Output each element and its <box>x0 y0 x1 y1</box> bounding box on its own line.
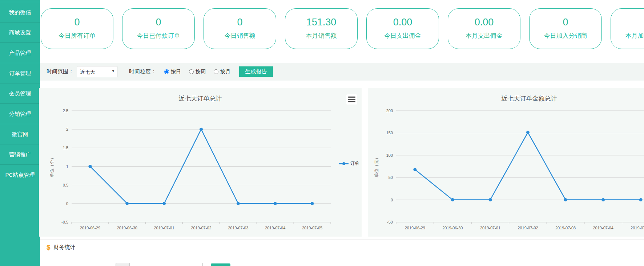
y-tick-label: 0 <box>66 201 68 206</box>
stat-card-month-commission: 0.00 本月支出佣金 <box>448 8 520 49</box>
data-point[interactable] <box>162 202 166 205</box>
sidebar-item-members[interactable]: 会员管理 <box>0 83 40 103</box>
sidebar-item-mall-settings[interactable]: 商城设置 <box>0 22 40 42</box>
x-tick-label: 2019-07-05 <box>631 226 644 230</box>
stat-label: 今日支出佣金 <box>367 32 439 40</box>
time-range-select[interactable]: 近七天 <box>77 66 117 77</box>
y-tick-label: 0.5 <box>63 183 68 187</box>
stat-card-month-sales: 151.30 本月销售额 <box>285 8 358 49</box>
data-point[interactable] <box>601 198 605 201</box>
data-point[interactable] <box>125 202 129 205</box>
data-point[interactable] <box>311 202 314 205</box>
stat-card-today-distributors: 0 今日加入分销商 <box>529 8 602 49</box>
data-point[interactable] <box>488 198 492 201</box>
time-range-label: 时间范围： <box>47 68 74 75</box>
stat-value: 0 <box>530 17 601 28</box>
finance-submit-button[interactable] <box>211 263 230 266</box>
dashboard-screen: 我的微信 商城设置 产品管理 订单管理 会员管理 分销管理 微官网 营销推广 P… <box>0 0 644 266</box>
finance-section-header: $ 财务统计 <box>40 240 644 255</box>
stat-value: 0.00 <box>367 17 439 28</box>
sidebar-item-pc-site[interactable]: PC站点管理 <box>0 164 40 185</box>
y-tick-label: 150 <box>386 131 393 135</box>
radio-by-month-label: 按月 <box>220 69 230 75</box>
data-point[interactable] <box>237 202 240 205</box>
sidebar-item-products[interactable]: 产品管理 <box>0 42 40 63</box>
chart-panel-order-amount: 近七天订单金额总计 200150100500-502019-06-292019-… <box>368 88 644 237</box>
data-point[interactable] <box>639 198 643 201</box>
finance-input[interactable] <box>129 263 203 266</box>
stat-label: 本月销售额 <box>285 32 357 40</box>
y-tick-label: 200 <box>386 109 393 113</box>
x-tick-label: 2019-07-03 <box>228 226 248 230</box>
y-axis-name: 单位（元） <box>374 156 379 177</box>
sidebar-item-distribution[interactable]: 分销管理 <box>0 103 40 124</box>
stat-label: 本月支出佣金 <box>448 32 520 40</box>
y-tick-label: 1.5 <box>63 146 68 150</box>
stat-value: 0 <box>122 17 194 28</box>
radio-by-month[interactable]: 按月 <box>214 69 230 75</box>
radio-by-day[interactable]: 按日 <box>164 69 181 75</box>
data-point[interactable] <box>88 165 92 168</box>
stat-card-today-paid-orders: 0 今日已付款订单 <box>122 8 195 49</box>
stat-value: 0 <box>611 17 644 28</box>
radio-by-week[interactable]: 按周 <box>189 69 206 75</box>
sidebar-item-micro-site[interactable]: 微官网 <box>0 124 40 144</box>
data-point[interactable] <box>274 202 277 205</box>
x-tick-label: 2019-07-04 <box>265 226 285 230</box>
legend-item-orders[interactable]: 订单 <box>339 160 359 167</box>
stat-value: 0.00 <box>448 17 520 28</box>
stat-label: 本月加入分销商 <box>611 32 644 40</box>
radio-by-week-label: 按周 <box>196 69 206 75</box>
stat-value: 0 <box>41 17 113 28</box>
y-tick-label: 1 <box>66 164 68 169</box>
stat-card-month-distributors: 0 本月加入分销商 <box>611 8 644 49</box>
y-tick-label: 2.5 <box>63 109 68 113</box>
line-series <box>415 132 641 200</box>
sidebar: 我的微信 商城设置 产品管理 订单管理 会员管理 分销管理 微官网 营销推广 P… <box>0 0 40 266</box>
x-tick-label: 2019-07-01 <box>154 226 174 230</box>
radio-by-month-input[interactable] <box>214 69 218 74</box>
data-point[interactable] <box>200 128 203 131</box>
finance-section-title: 财务统计 <box>54 244 76 251</box>
stat-label: 今日所有订单 <box>41 32 113 40</box>
stat-label: 今日加入分销商 <box>530 32 601 40</box>
x-tick-label: 2019-07-02 <box>191 226 211 230</box>
radio-by-day-label: 按日 <box>171 69 181 75</box>
data-point[interactable] <box>564 198 567 201</box>
y-axis-name: 单位（个） <box>49 156 55 177</box>
x-tick-label: 2019-07-05 <box>302 226 322 230</box>
sidebar-item-my-wechat[interactable]: 我的微信 <box>0 2 40 22</box>
y-tick-label: 100 <box>386 153 393 157</box>
sidebar-item-marketing[interactable]: 营销推广 <box>0 144 40 164</box>
y-tick-label: -0.5 <box>61 220 68 224</box>
x-tick-label: 2019-07-04 <box>593 226 613 230</box>
data-point[interactable] <box>413 168 416 171</box>
granularity-label: 时间粒度： <box>129 68 156 75</box>
order-amount-line-chart[interactable]: 200150100500-502019-06-292019-06-302019-… <box>368 88 644 237</box>
x-tick-label: 2019-07-01 <box>480 226 500 230</box>
orders-line-chart[interactable]: 2.521.510.50-0.52019-06-292019-06-302019… <box>39 88 362 237</box>
radio-by-week-input[interactable] <box>189 69 194 74</box>
y-tick-label: -50 <box>387 220 393 224</box>
generate-report-button[interactable]: 生成报告 <box>239 66 273 77</box>
dollar-icon: $ <box>47 244 51 251</box>
x-tick-label: 2019-06-29 <box>80 226 100 230</box>
data-point[interactable] <box>451 198 454 201</box>
legend-marker-icon <box>339 162 349 165</box>
stat-card-today-commission: 0.00 今日支出佣金 <box>366 8 439 49</box>
sidebar-item-orders[interactable]: 订单管理 <box>0 63 40 83</box>
stat-label: 今日已付款订单 <box>122 32 194 40</box>
x-tick-label: 2019-07-03 <box>555 226 576 230</box>
y-tick-label: 2 <box>66 127 68 131</box>
data-point[interactable] <box>526 131 530 134</box>
x-tick-label: 2019-06-29 <box>405 226 425 230</box>
x-tick-label: 2019-07-02 <box>518 226 538 230</box>
radio-by-day-input[interactable] <box>164 69 169 74</box>
stat-label: 今日销售额 <box>204 32 276 40</box>
stat-value: 0 <box>204 17 276 28</box>
legend-label: 订单 <box>350 160 359 167</box>
stat-value: 151.30 <box>285 17 357 28</box>
stat-card-today-orders: 0 今日所有订单 <box>41 8 113 49</box>
chart-panel-orders: 近七天订单总计 2.521.510.50-0.52019-06-292019-0… <box>39 88 362 237</box>
y-tick-label: 50 <box>389 175 393 180</box>
